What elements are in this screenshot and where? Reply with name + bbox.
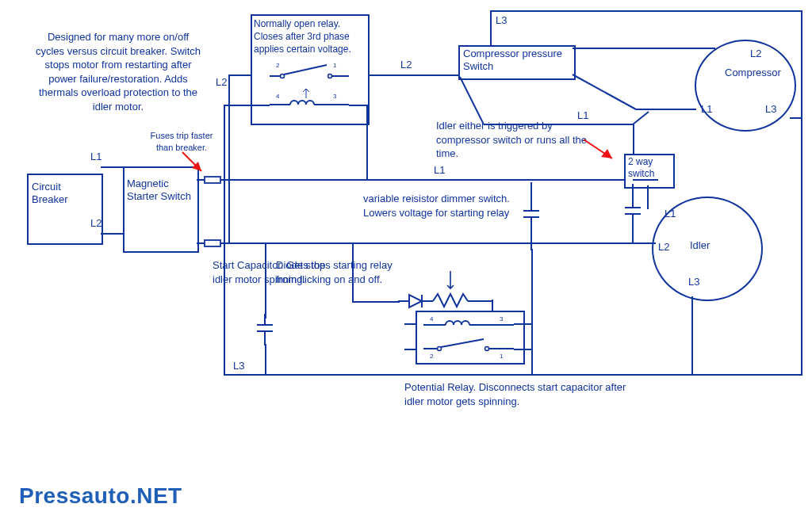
l1-lbl-left: L1 (90, 151, 102, 163)
svg-rect-3 (205, 240, 220, 246)
l2-lbl-left: L2 (90, 217, 102, 230)
wire-l3-to-cps (490, 10, 492, 45)
two-way-switch-label: 2 way switch (628, 156, 671, 180)
svg-marker-51 (601, 149, 612, 158)
wire-diode-left (352, 301, 400, 303)
potential-relay-icon: 3 4 1 2 (423, 315, 514, 357)
wire-l2-up (228, 74, 230, 244)
idler-label: Idler (690, 239, 710, 252)
svg-point-44 (485, 347, 489, 351)
wire-relaycoil-right (349, 105, 368, 106)
svg-point-7 (328, 74, 332, 78)
wire-l3-idler-down (691, 296, 693, 376)
relay-top-icon: 1 2 3 4 (270, 60, 349, 119)
svg-line-6 (284, 65, 327, 74)
top-relay-note: Normally open relay. Closes after 3rd ph… (254, 17, 363, 56)
diode-resistor-icon (398, 268, 493, 304)
wire-l3-bottom (224, 374, 802, 376)
wire-2way-down (647, 185, 649, 209)
l2-lbl-comp: L2 (750, 48, 761, 60)
dimmer-note: variable reisistor dimmer switch. Lowers… (363, 192, 546, 220)
svg-marker-33 (409, 295, 422, 307)
wire-l1-breaker-starter (101, 166, 123, 168)
watermark: Pressauto.NET (19, 483, 182, 509)
svg-line-43 (441, 339, 484, 347)
wire-relaycoil-left (224, 105, 270, 106)
wire-l2-main (227, 242, 647, 244)
wire-l2-relay-to-cps (362, 74, 458, 76)
compressor-switch-label: Compressor pressure Switch (463, 48, 569, 74)
l3-lbl-idler: L3 (688, 276, 699, 288)
wire-l3-top (490, 10, 802, 12)
designed-note: Designed for many more on/off cycles ver… (35, 30, 201, 113)
svg-text:2: 2 (430, 353, 434, 360)
svg-text:4: 4 (276, 93, 280, 100)
wire-potrelay-r1 (514, 323, 533, 325)
wire-potrelay-l1 (404, 323, 417, 325)
l1-lbl-idler: L1 (665, 208, 676, 220)
arrow-idler-icon (579, 135, 619, 166)
wire-2way-up (633, 124, 634, 155)
wire-l3-right (801, 10, 802, 376)
l3-lbl-topmid: L3 (496, 14, 507, 27)
potrelay-note: Potential Relay. Disconnects start capac… (404, 380, 642, 408)
svg-point-42 (438, 347, 442, 351)
diode-note: Diode stops starting relay from flicking… (276, 258, 403, 286)
arrow-fuse-icon (178, 147, 209, 179)
wire-l2-breaker-starter (101, 233, 123, 235)
idler-note: Idler either is triggered by compressor … (436, 119, 603, 161)
wire-relaycoil-left-down (224, 105, 225, 376)
svg-text:2: 2 (276, 62, 280, 69)
svg-text:1: 1 (500, 353, 504, 360)
start-cap-icon (257, 314, 273, 345)
svg-line-19 (633, 112, 649, 124)
l3-lbl-comp: L3 (765, 103, 776, 116)
wire-relaycoil-down (366, 105, 368, 181)
svg-text:1: 1 (333, 62, 337, 69)
circuit-breaker-label: Circuit Breaker (32, 181, 95, 207)
compressor-ellipse (695, 40, 796, 132)
svg-text:3: 3 (333, 93, 337, 100)
wire-l1-main (227, 179, 633, 181)
wire-startcap-to-l3 (265, 344, 266, 376)
l1-lbl-comp: L1 (701, 103, 712, 116)
svg-text:3: 3 (500, 315, 504, 323)
wire-l2-idler (646, 242, 656, 244)
wire-cap2-down (531, 249, 533, 376)
wire-potrelay-r2 (514, 349, 533, 350)
wire-l3-comp (790, 117, 802, 119)
wire-cps-l2-to-comp (573, 48, 715, 49)
compressor-label: Compressor (725, 67, 781, 79)
l3-lbl-bottomleft: L3 (233, 360, 244, 372)
cap-right-1-icon (625, 184, 641, 244)
svg-line-17 (460, 77, 484, 124)
magnetic-starter-label: Magnetic Starter Switch (127, 178, 192, 204)
l1-lbl-main: L1 (434, 164, 445, 177)
svg-point-5 (281, 74, 285, 78)
svg-text:4: 4 (430, 315, 434, 323)
wire-potrelay-l2 (404, 349, 417, 350)
wire-l1-idler (633, 179, 658, 181)
l2-lbl-up: L2 (216, 76, 227, 89)
l2-lbl-idler: L2 (658, 241, 669, 254)
l2-lbl-mid: L2 (400, 59, 412, 71)
